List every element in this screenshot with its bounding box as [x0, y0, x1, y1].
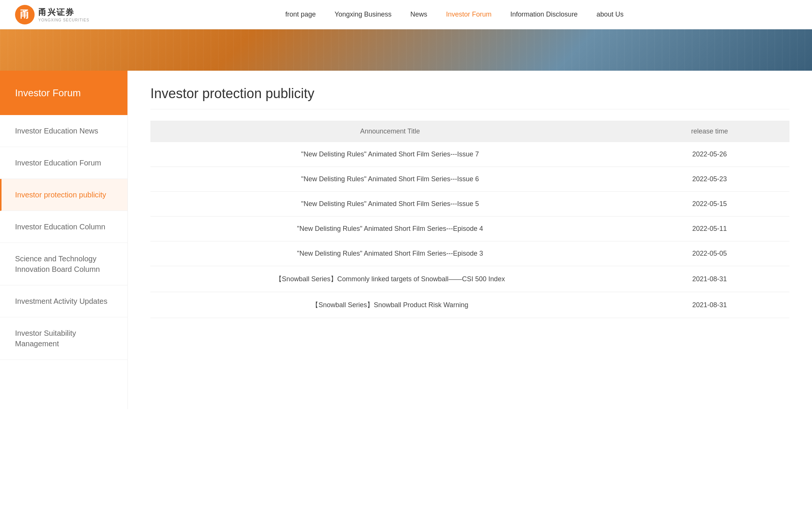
page-title: Investor protection publicity	[150, 86, 789, 109]
announcement-title[interactable]: "New Delisting Rules" Animated Short Fil…	[150, 167, 630, 192]
nav-item-front-page[interactable]: front page	[285, 11, 316, 18]
announcement-title[interactable]: "New Delisting Rules" Animated Short Fil…	[150, 217, 630, 241]
logo-name-en: YONGXING SECURITIES	[38, 18, 89, 22]
sidebar-item-investor-protection-publicity[interactable]: Investor protection publicity	[0, 179, 127, 211]
sidebar-item-investor-education-column[interactable]: Investor Education Column	[0, 211, 127, 243]
sidebar-header-label: Investor Forum	[15, 87, 81, 99]
announcement-title[interactable]: "New Delisting Rules" Animated Short Fil…	[150, 241, 630, 266]
sidebar-item-science-technology-board[interactable]: Science and Technology Innovation Board …	[0, 243, 127, 285]
table-body: "New Delisting Rules" Animated Short Fil…	[150, 142, 789, 318]
sidebar: Investor Forum Investor Education NewsIn…	[0, 71, 128, 409]
nav-item-investor-forum[interactable]: Investor Forum	[446, 11, 492, 18]
table-row: "New Delisting Rules" Animated Short Fil…	[150, 241, 789, 266]
announcement-title[interactable]: "New Delisting Rules" Animated Short Fil…	[150, 142, 630, 167]
main-layout: Investor Forum Investor Education NewsIn…	[0, 71, 812, 409]
sidebar-item-investment-activity[interactable]: Investment Activity Updates	[0, 285, 127, 317]
release-date: 2022-05-23	[630, 167, 789, 192]
content-area: Investor protection publicity Announceme…	[128, 71, 812, 409]
hero-banner	[0, 29, 812, 71]
release-date: 2022-05-05	[630, 241, 789, 266]
logo: 甬 甬兴证券 YONGXING SECURITIES	[15, 5, 89, 24]
col-header-title: Announcement Title	[150, 121, 630, 142]
sidebar-header: Investor Forum	[0, 71, 127, 115]
nav-item-about-us[interactable]: about Us	[597, 11, 624, 18]
sidebar-item-investor-education-news[interactable]: Investor Education News	[0, 115, 127, 147]
svg-text:甬: 甬	[20, 9, 30, 20]
logo-name-cn: 甬兴证券	[38, 7, 89, 18]
table-row: "New Delisting Rules" Animated Short Fil…	[150, 167, 789, 192]
header: 甬 甬兴证券 YONGXING SECURITIES front pageYon…	[0, 0, 812, 29]
logo-icon: 甬	[15, 5, 35, 24]
release-date: 2022-05-26	[630, 142, 789, 167]
main-nav: front pageYongxing BusinessNewsInvestor …	[112, 11, 797, 18]
table-row: "New Delisting Rules" Animated Short Fil…	[150, 217, 789, 241]
col-header-release: release time	[630, 121, 789, 142]
sidebar-menu: Investor Education NewsInvestor Educatio…	[0, 115, 127, 360]
release-date: 2022-05-15	[630, 192, 789, 217]
release-date: 2022-05-11	[630, 217, 789, 241]
table-row: 【Snowball Series】Commonly linked targets…	[150, 266, 789, 292]
announcement-title[interactable]: 【Snowball Series】Snowball Product Risk W…	[150, 292, 630, 318]
sidebar-item-investor-education-forum[interactable]: Investor Education Forum	[0, 147, 127, 179]
release-date: 2021-08-31	[630, 292, 789, 318]
announcement-table: Announcement Title release time "New Del…	[150, 121, 789, 318]
sidebar-item-investor-suitability[interactable]: Investor Suitability Management	[0, 317, 127, 360]
table-row: "New Delisting Rules" Animated Short Fil…	[150, 142, 789, 167]
nav-item-news[interactable]: News	[411, 11, 427, 18]
nav-item-information-disclosure[interactable]: Information Disclosure	[511, 11, 578, 18]
table-row: 【Snowball Series】Snowball Product Risk W…	[150, 292, 789, 318]
announcement-title[interactable]: 【Snowball Series】Commonly linked targets…	[150, 266, 630, 292]
release-date: 2021-08-31	[630, 266, 789, 292]
table-row: "New Delisting Rules" Animated Short Fil…	[150, 192, 789, 217]
announcement-title[interactable]: "New Delisting Rules" Animated Short Fil…	[150, 192, 630, 217]
nav-item-yongxing-business[interactable]: Yongxing Business	[335, 11, 391, 18]
